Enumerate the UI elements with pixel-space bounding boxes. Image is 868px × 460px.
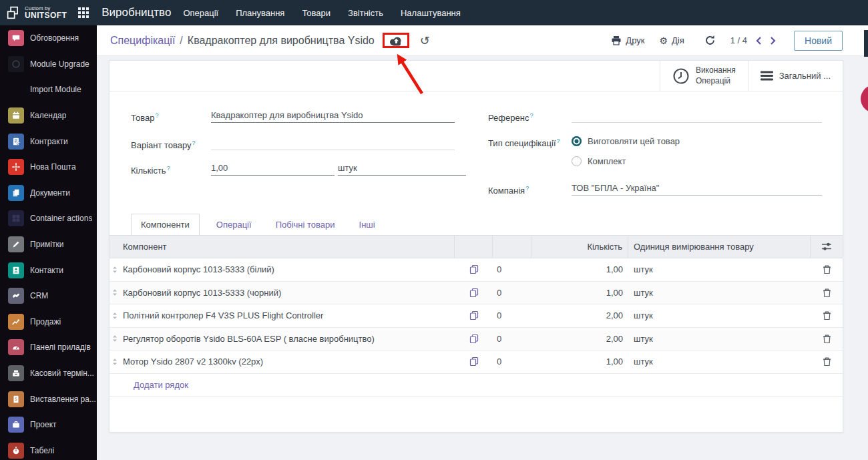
quantity-uom-field[interactable]: штук <box>338 163 466 176</box>
row-uom[interactable]: штук <box>628 334 811 344</box>
sidebar-item-crm[interactable]: CRM <box>0 283 97 309</box>
row-uom[interactable]: штук <box>628 310 811 320</box>
help-mark: ? <box>192 140 196 146</box>
row-quantity[interactable]: 2,00 <box>531 334 628 344</box>
table-row[interactable]: Карбоновий корпус 1013-5333 (чорний) 0 1… <box>110 282 843 305</box>
copy-icon[interactable] <box>455 310 493 320</box>
action-menu-button[interactable]: ⚙ Дія <box>659 35 684 45</box>
tab-other[interactable]: Інші <box>351 214 384 235</box>
drag-handle-icon[interactable] <box>110 334 120 343</box>
optional-columns-icon[interactable] <box>811 236 843 258</box>
sidebar-item-import-module[interactable]: Import Module <box>0 77 97 103</box>
save-cloud-icon[interactable] <box>389 36 403 46</box>
delete-row-icon[interactable] <box>811 357 843 367</box>
notebook-tabs: Компоненти Операції Побічні товари Інші <box>110 213 843 235</box>
copy-icon[interactable] <box>455 357 493 367</box>
gauge-icon <box>8 339 24 355</box>
overall-stat-button[interactable]: Загальний ... <box>748 61 843 91</box>
menu-planning[interactable]: Планування <box>236 8 284 18</box>
company-field[interactable]: ТОВ "БПЛА - Україна" <box>572 183 822 196</box>
sidebar-item-dashboards[interactable]: Панелі приладів <box>0 334 97 361</box>
row-quantity[interactable]: 2,00 <box>531 310 628 320</box>
cutoff-dark-element <box>864 30 868 57</box>
sidebar-item-nova-poshta[interactable]: Нова Пошта <box>0 154 97 180</box>
sidebar-item-timesheets[interactable]: Табелі <box>0 438 97 460</box>
sidebar-item-module-upgrade[interactable]: Module Upgrade <box>0 51 97 77</box>
row-uom[interactable]: штук <box>628 357 811 367</box>
menu-products[interactable]: Товари <box>302 8 331 18</box>
radio-unselected-icon[interactable] <box>572 156 582 166</box>
row-quantity[interactable]: 1,00 <box>531 288 628 298</box>
sidebar-item-contracts[interactable]: Контракти <box>0 128 97 154</box>
drag-handle-icon[interactable] <box>110 357 120 367</box>
calendar-icon <box>8 107 24 124</box>
sidebar-item-sales[interactable]: Продажі <box>0 309 97 335</box>
table-row[interactable]: Мотор Ysido 2807 v2 1300kv (22px) 0 1,00… <box>110 351 843 374</box>
quantity-field[interactable]: 1,00 <box>211 163 335 176</box>
table-row[interactable]: Карбоновий корпус 1013-5333 (білий) 0 1,… <box>110 258 843 282</box>
upgrade-circle-icon <box>8 56 24 72</box>
breadcrumb-parent-link[interactable]: Специфікації <box>110 35 175 47</box>
row-quantity[interactable]: 1,00 <box>531 264 628 274</box>
top-navbar: Custom by UNITSOFT Виробництво Операції … <box>0 0 868 25</box>
delete-row-icon[interactable] <box>811 334 843 344</box>
sidebar-item-documents[interactable]: Документи <box>0 180 97 206</box>
drag-handle-icon[interactable] <box>110 265 120 274</box>
sidebar-item-invoicing[interactable]: $ Виставлення ра... <box>0 386 97 412</box>
apps-grid-icon[interactable] <box>77 7 89 19</box>
sidebar-item-container-actions[interactable]: Container actions <box>0 206 97 232</box>
copy-icon[interactable] <box>455 264 493 274</box>
bom-type-option-kit[interactable]: Комплект <box>572 156 626 166</box>
clock-icon <box>672 67 690 85</box>
menu-reporting[interactable]: Звітність <box>348 8 383 18</box>
copy-icon[interactable] <box>455 334 493 344</box>
operations-performance-button[interactable]: Виконання Операцій <box>660 61 748 91</box>
table-row[interactable]: Політний контролер F4 V3S PLUS Flight Co… <box>110 304 843 328</box>
pager-next-icon[interactable] <box>770 36 777 45</box>
sidebar-item-pos[interactable]: Касовий термін... <box>0 361 97 387</box>
menu-operations[interactable]: Операції <box>183 8 218 18</box>
help-mark: ? <box>557 138 560 144</box>
product-variant-field[interactable] <box>211 138 455 150</box>
row-uom[interactable]: штук <box>628 288 811 298</box>
reference-field[interactable] <box>572 110 822 123</box>
header-quantity[interactable]: Кількість <box>531 236 628 258</box>
puzzle-icon <box>8 210 24 226</box>
delete-row-icon[interactable] <box>811 310 843 320</box>
tab-operations[interactable]: Операції <box>208 214 260 235</box>
sidebar-item-project[interactable]: Проект <box>0 412 97 438</box>
header-component[interactable]: Компонент <box>120 236 455 258</box>
table-row[interactable]: Регулятор оборотів Ysido BLS-60A ESP ( в… <box>110 328 843 351</box>
header-uom[interactable]: Одиниця вимірювання товару <box>628 236 811 258</box>
delete-row-icon[interactable] <box>811 264 843 274</box>
drag-handle-icon[interactable] <box>110 288 120 297</box>
new-record-button[interactable]: Новий <box>794 31 843 51</box>
print-button[interactable]: Друк <box>611 35 644 45</box>
current-app-menu[interactable]: Виробництво <box>101 6 171 19</box>
sidebar-item-notes[interactable]: Примітки <box>0 232 97 258</box>
annotation-highlight-box <box>383 33 409 48</box>
contract-document-icon <box>8 134 24 150</box>
record-pager: 1 / 4 <box>730 35 777 45</box>
sidebar-item-calendar[interactable]: Календар <box>0 103 97 129</box>
bom-type-option-manufacture[interactable]: Виготовляти цей товар <box>572 136 680 146</box>
delete-row-icon[interactable] <box>811 288 843 298</box>
tab-byproducts[interactable]: Побічні товари <box>267 214 344 235</box>
row-uom[interactable]: штук <box>628 264 811 274</box>
sidebar-item-contacts[interactable]: Контакти <box>0 257 97 283</box>
row-quantity[interactable]: 1,00 <box>531 357 628 367</box>
handshake-icon <box>8 288 24 304</box>
menu-settings[interactable]: Налаштування <box>401 8 461 18</box>
drag-handle-icon[interactable] <box>110 311 120 320</box>
bom-type-label: Тип специфікації? <box>488 138 560 148</box>
sidebar-item-discuss[interactable]: Обговорення <box>0 25 97 51</box>
refresh-button[interactable] <box>704 35 716 46</box>
discard-undo-icon[interactable]: ↺ <box>420 35 430 47</box>
radio-selected-icon[interactable] <box>572 136 582 146</box>
pager-previous-icon[interactable] <box>755 36 762 45</box>
tab-components[interactable]: Компоненти <box>131 214 200 236</box>
add-row-link[interactable]: Додати рядок <box>110 374 843 397</box>
product-field[interactable]: Квадракоптер для виробництва Ysido <box>211 110 455 123</box>
copy-icon[interactable] <box>455 288 493 298</box>
help-mark: ? <box>167 165 170 172</box>
